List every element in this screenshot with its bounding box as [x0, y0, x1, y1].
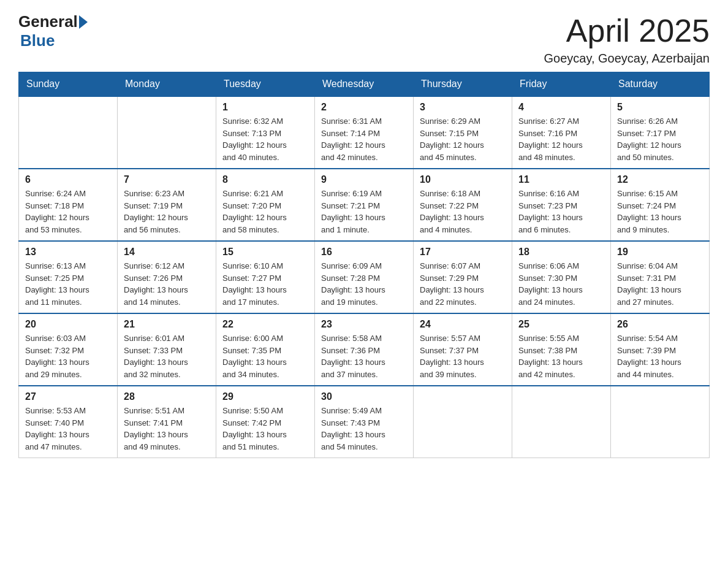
day-number: 14 [124, 247, 210, 258]
day-number: 21 [124, 319, 210, 330]
day-info: Sunrise: 6:04 AM Sunset: 7:31 PM Dayligh… [617, 260, 703, 308]
calendar-header-tuesday: Tuesday [216, 72, 315, 97]
day-info: Sunrise: 5:51 AM Sunset: 7:41 PM Dayligh… [124, 405, 210, 453]
calendar-cell: 26Sunrise: 5:54 AM Sunset: 7:39 PM Dayli… [611, 313, 710, 386]
calendar-cell: 6Sunrise: 6:24 AM Sunset: 7:18 PM Daylig… [19, 169, 118, 241]
day-info: Sunrise: 5:53 AM Sunset: 7:40 PM Dayligh… [25, 405, 111, 453]
day-number: 7 [124, 174, 210, 185]
calendar-cell: 22Sunrise: 6:00 AM Sunset: 7:35 PM Dayli… [216, 313, 315, 386]
logo-triangle-icon [79, 15, 88, 29]
calendar-cell: 19Sunrise: 6:04 AM Sunset: 7:31 PM Dayli… [611, 241, 710, 313]
day-number: 13 [25, 247, 111, 258]
calendar-header-thursday: Thursday [414, 72, 512, 97]
calendar-week-row: 20Sunrise: 6:03 AM Sunset: 7:32 PM Dayli… [19, 313, 710, 386]
calendar-cell: 16Sunrise: 6:09 AM Sunset: 7:28 PM Dayli… [315, 241, 414, 313]
day-number: 5 [617, 102, 703, 113]
day-number: 26 [617, 319, 703, 330]
calendar-cell: 18Sunrise: 6:06 AM Sunset: 7:30 PM Dayli… [512, 241, 611, 313]
day-number: 29 [222, 391, 308, 402]
logo-blue-text: Blue [20, 31, 55, 50]
calendar-header-friday: Friday [512, 72, 611, 97]
calendar-cell: 3Sunrise: 6:29 AM Sunset: 7:15 PM Daylig… [414, 96, 512, 169]
day-info: Sunrise: 6:27 AM Sunset: 7:16 PM Dayligh… [518, 115, 604, 163]
day-number: 4 [518, 102, 604, 113]
page-header: General Blue April 2025 Goeycay, Goeycay… [18, 12, 710, 66]
day-info: Sunrise: 6:32 AM Sunset: 7:13 PM Dayligh… [222, 115, 308, 163]
day-info: Sunrise: 6:19 AM Sunset: 7:21 PM Dayligh… [321, 188, 407, 236]
calendar-cell: 29Sunrise: 5:50 AM Sunset: 7:42 PM Dayli… [216, 386, 315, 458]
calendar-cell: 8Sunrise: 6:21 AM Sunset: 7:20 PM Daylig… [216, 169, 315, 241]
day-number: 17 [420, 247, 506, 258]
day-number: 19 [617, 247, 703, 258]
calendar-cell [512, 386, 611, 458]
calendar-cell: 15Sunrise: 6:10 AM Sunset: 7:27 PM Dayli… [216, 241, 315, 313]
day-info: Sunrise: 6:24 AM Sunset: 7:18 PM Dayligh… [25, 188, 111, 236]
day-info: Sunrise: 5:50 AM Sunset: 7:42 PM Dayligh… [222, 405, 308, 453]
day-number: 27 [25, 391, 111, 402]
calendar-cell [611, 386, 710, 458]
day-number: 10 [420, 174, 506, 185]
day-info: Sunrise: 5:58 AM Sunset: 7:36 PM Dayligh… [321, 332, 407, 380]
calendar-cell: 17Sunrise: 6:07 AM Sunset: 7:29 PM Dayli… [414, 241, 512, 313]
day-info: Sunrise: 6:10 AM Sunset: 7:27 PM Dayligh… [222, 260, 308, 308]
day-number: 8 [222, 174, 308, 185]
day-info: Sunrise: 6:31 AM Sunset: 7:14 PM Dayligh… [321, 115, 407, 163]
day-info: Sunrise: 6:01 AM Sunset: 7:33 PM Dayligh… [124, 332, 210, 380]
day-number: 16 [321, 247, 407, 258]
page-title: April 2025 [544, 12, 710, 49]
calendar-week-row: 6Sunrise: 6:24 AM Sunset: 7:18 PM Daylig… [19, 169, 710, 241]
day-number: 15 [222, 247, 308, 258]
day-info: Sunrise: 6:07 AM Sunset: 7:29 PM Dayligh… [420, 260, 506, 308]
day-info: Sunrise: 6:12 AM Sunset: 7:26 PM Dayligh… [124, 260, 210, 308]
day-info: Sunrise: 6:13 AM Sunset: 7:25 PM Dayligh… [25, 260, 111, 308]
day-info: Sunrise: 6:18 AM Sunset: 7:22 PM Dayligh… [420, 188, 506, 236]
day-info: Sunrise: 6:29 AM Sunset: 7:15 PM Dayligh… [420, 115, 506, 163]
calendar-header-sunday: Sunday [19, 72, 118, 97]
day-number: 9 [321, 174, 407, 185]
calendar-cell: 7Sunrise: 6:23 AM Sunset: 7:19 PM Daylig… [118, 169, 216, 241]
calendar-cell: 9Sunrise: 6:19 AM Sunset: 7:21 PM Daylig… [315, 169, 414, 241]
calendar-header-wednesday: Wednesday [315, 72, 414, 97]
title-block: April 2025 Goeycay, Goeycay, Azerbaijan [544, 12, 710, 66]
calendar-cell: 11Sunrise: 6:16 AM Sunset: 7:23 PM Dayli… [512, 169, 611, 241]
calendar-cell: 10Sunrise: 6:18 AM Sunset: 7:22 PM Dayli… [414, 169, 512, 241]
calendar-header-saturday: Saturday [611, 72, 710, 97]
calendar-cell: 25Sunrise: 5:55 AM Sunset: 7:38 PM Dayli… [512, 313, 611, 386]
day-info: Sunrise: 6:00 AM Sunset: 7:35 PM Dayligh… [222, 332, 308, 380]
calendar-cell: 2Sunrise: 6:31 AM Sunset: 7:14 PM Daylig… [315, 96, 414, 169]
day-number: 24 [420, 319, 506, 330]
logo: General Blue [18, 12, 88, 50]
calendar-cell: 20Sunrise: 6:03 AM Sunset: 7:32 PM Dayli… [19, 313, 118, 386]
day-info: Sunrise: 6:16 AM Sunset: 7:23 PM Dayligh… [518, 188, 604, 236]
calendar-table: SundayMondayTuesdayWednesdayThursdayFrid… [18, 72, 710, 458]
day-info: Sunrise: 5:55 AM Sunset: 7:38 PM Dayligh… [518, 332, 604, 380]
day-info: Sunrise: 6:15 AM Sunset: 7:24 PM Dayligh… [617, 188, 703, 236]
calendar-cell: 28Sunrise: 5:51 AM Sunset: 7:41 PM Dayli… [118, 386, 216, 458]
calendar-cell [118, 96, 216, 169]
logo-general-text: General [18, 12, 78, 31]
day-info: Sunrise: 5:49 AM Sunset: 7:43 PM Dayligh… [321, 405, 407, 453]
day-number: 2 [321, 102, 407, 113]
day-number: 22 [222, 319, 308, 330]
calendar-header-row: SundayMondayTuesdayWednesdayThursdayFrid… [19, 72, 710, 97]
day-info: Sunrise: 6:26 AM Sunset: 7:17 PM Dayligh… [617, 115, 703, 163]
calendar-cell: 13Sunrise: 6:13 AM Sunset: 7:25 PM Dayli… [19, 241, 118, 313]
day-number: 12 [617, 174, 703, 185]
calendar-cell [414, 386, 512, 458]
day-info: Sunrise: 6:23 AM Sunset: 7:19 PM Dayligh… [124, 188, 210, 236]
day-number: 6 [25, 174, 111, 185]
calendar-cell: 5Sunrise: 6:26 AM Sunset: 7:17 PM Daylig… [611, 96, 710, 169]
calendar-cell: 23Sunrise: 5:58 AM Sunset: 7:36 PM Dayli… [315, 313, 414, 386]
day-number: 20 [25, 319, 111, 330]
day-info: Sunrise: 5:54 AM Sunset: 7:39 PM Dayligh… [617, 332, 703, 380]
calendar-cell: 14Sunrise: 6:12 AM Sunset: 7:26 PM Dayli… [118, 241, 216, 313]
day-number: 30 [321, 391, 407, 402]
day-number: 23 [321, 319, 407, 330]
calendar-cell [19, 96, 118, 169]
day-info: Sunrise: 5:57 AM Sunset: 7:37 PM Dayligh… [420, 332, 506, 380]
day-number: 25 [518, 319, 604, 330]
calendar-cell: 4Sunrise: 6:27 AM Sunset: 7:16 PM Daylig… [512, 96, 611, 169]
calendar-week-row: 13Sunrise: 6:13 AM Sunset: 7:25 PM Dayli… [19, 241, 710, 313]
day-number: 11 [518, 174, 604, 185]
calendar-cell: 21Sunrise: 6:01 AM Sunset: 7:33 PM Dayli… [118, 313, 216, 386]
